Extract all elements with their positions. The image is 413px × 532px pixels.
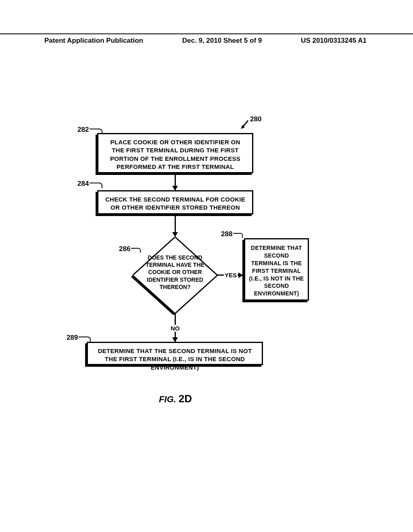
figure-prefix: FIG. <box>159 394 179 404</box>
process-box-289: DETERMINE THAT THE SECOND TERMINAL IS NO… <box>87 342 263 365</box>
process-box-284: CHECK THE SECOND TERMINAL FOR COOKIE OR … <box>97 190 253 214</box>
process-box-282: PLACE COOKIE OR OTHER IDENTIFIER ON THE … <box>97 133 253 173</box>
edge-label-no: NO <box>170 325 181 332</box>
ref-label-280: 280 <box>250 115 261 123</box>
ref-label-284: 284 <box>77 180 89 188</box>
header-left: Patent Application Publication <box>44 37 143 45</box>
ref-label-286: 286 <box>119 245 130 253</box>
ref-label-289: 289 <box>67 334 78 342</box>
header-right: US 2010/0313245 A1 <box>301 37 367 45</box>
header-center: Dec. 9, 2010 Sheet 5 of 9 <box>182 37 262 45</box>
figure-number: 2D <box>179 393 192 405</box>
connector-arrow <box>175 214 176 237</box>
decision-diamond-286: DOES THE SECOND TERMINAL HAVE THE COOKIE… <box>133 237 217 314</box>
ref-label-288: 288 <box>221 230 232 238</box>
connector-arrow <box>175 173 176 190</box>
page-header: Patent Application Publication Dec. 9, 2… <box>0 33 413 45</box>
ref-leader-288 <box>233 233 243 238</box>
ref-leader-289 <box>79 337 91 342</box>
process-box-288: DETERMINE THAT SECOND TERMINAL IS THE FI… <box>244 238 309 301</box>
edge-label-yes: YES <box>224 272 238 278</box>
figure-label: FIG. 2D <box>0 393 351 405</box>
decision-text: DOES THE SECOND TERMINAL HAVE THE COOKIE… <box>137 254 213 291</box>
ref-arrow-280-icon <box>240 119 250 130</box>
ref-label-282: 282 <box>77 126 89 134</box>
ref-leader-284 <box>90 183 102 188</box>
